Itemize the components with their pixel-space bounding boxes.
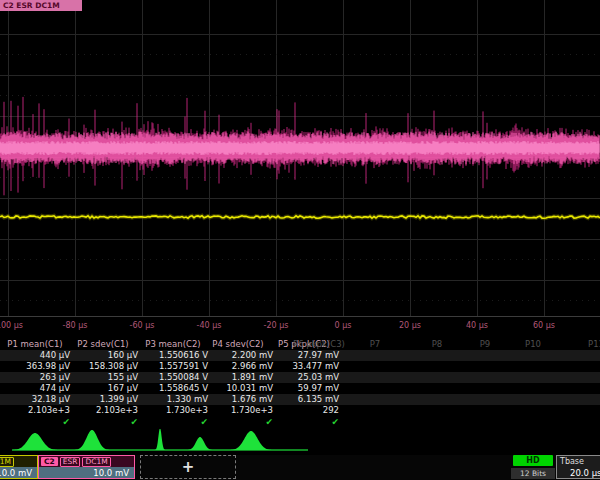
measure-header-p10[interactable]: P10 bbox=[508, 339, 558, 350]
histicon-peak bbox=[223, 431, 279, 450]
histicon-peak bbox=[152, 429, 169, 450]
measure-row-mean: 363.98 µV 158.308 µV 1.557591 V 2.966 mV… bbox=[0, 361, 600, 372]
c2-esr-chip: ESR bbox=[60, 457, 81, 467]
time-axis-label: -100 µs bbox=[0, 321, 33, 330]
time-axis-label: -20 µs bbox=[251, 321, 301, 330]
p1-min: 263 µV bbox=[0, 372, 70, 383]
p3-value: 1.550616 V bbox=[138, 350, 208, 361]
p2-num: 2.103e+3 bbox=[68, 405, 138, 416]
p5-num: 292 bbox=[269, 405, 339, 416]
p3-mean: 1.557591 V bbox=[138, 361, 208, 372]
measure-header-p6[interactable]: P6 pkpk(C3) bbox=[288, 339, 350, 350]
measure-header-p8[interactable]: P8 bbox=[412, 339, 462, 350]
c2-coupling-chip: DC1M bbox=[82, 457, 110, 467]
descriptor-bar: C1 DC1M 10.0 mV C2 ESR DC1M 10.0 mV + HD… bbox=[0, 455, 600, 480]
time-axis-label: 20 µs bbox=[385, 321, 435, 330]
p5-status-check-icon: ✔ bbox=[269, 417, 387, 428]
p2-max: 167 µV bbox=[68, 383, 138, 394]
oscilloscope-screen: C2 ESR DC1M -100 µs -80 µs -60 µs -40 µs… bbox=[0, 0, 600, 480]
plus-icon: + bbox=[182, 458, 195, 476]
channel-c2-descriptor[interactable]: C2 ESR DC1M 10.0 mV bbox=[38, 455, 135, 479]
measure-header-p3[interactable]: P3 mean(C2) bbox=[138, 339, 208, 350]
p1-num: 2.103e+3 bbox=[0, 405, 70, 416]
add-trace-button[interactable]: + bbox=[140, 455, 236, 479]
time-axis-label: -60 µs bbox=[117, 321, 167, 330]
p5-sdev: 6.135 mV bbox=[269, 394, 339, 405]
p2-min: 155 µV bbox=[68, 372, 138, 383]
grid-minor-dots bbox=[0, 55, 600, 301]
measure-header-p4[interactable]: P4 sdev(C2) bbox=[203, 339, 273, 350]
p3-min: 1.550084 V bbox=[138, 372, 208, 383]
measure-header-p7[interactable]: P7 bbox=[350, 339, 400, 350]
p2-sdev: 1.399 µV bbox=[68, 394, 138, 405]
measure-row-value: 440 µV 160 µV 1.550616 V 2.200 mV 27.97 … bbox=[0, 350, 600, 361]
c2-title-row: C2 ESR DC1M bbox=[39, 456, 134, 467]
c2-label-chip: C2 bbox=[41, 457, 58, 466]
c2-vdiv-value: 10.0 mV bbox=[39, 467, 134, 479]
p5-min: 25.03 mV bbox=[269, 372, 339, 383]
p2-mean: 158.308 µV bbox=[68, 361, 138, 372]
measure-row-sdev: 32.18 µV 1.399 µV 1.330 mV 1.676 mV 6.13… bbox=[0, 394, 600, 405]
measure-header-p9[interactable]: P9 bbox=[460, 339, 510, 350]
hd-mode-badge[interactable]: HD bbox=[513, 455, 553, 466]
graticule bbox=[0, 0, 600, 318]
time-axis-label: 60 µs bbox=[519, 321, 569, 330]
c1-coupling-chip: DC1M bbox=[0, 457, 14, 467]
histicon-strip bbox=[0, 429, 600, 455]
timebase-value: 20.0 µs/div bbox=[557, 467, 600, 479]
p3-sdev: 1.330 mV bbox=[138, 394, 208, 405]
hd-bits-label: 12 Bits bbox=[511, 468, 555, 479]
measure-row-min: 263 µV 155 µV 1.550084 V 1.891 mV 25.03 … bbox=[0, 372, 600, 383]
measure-row-status: ✔ ✔ ✔ ✔ ✔ bbox=[0, 417, 600, 428]
waveform-grid: C2 ESR DC1M bbox=[0, 0, 600, 318]
p1-max: 474 µV bbox=[0, 383, 70, 394]
c1-title-row: C1 DC1M bbox=[0, 456, 37, 467]
p4-min: 1.891 mV bbox=[203, 372, 273, 383]
measure-header-p2[interactable]: P2 sdev(C1) bbox=[68, 339, 138, 350]
p4-sdev: 1.676 mV bbox=[203, 394, 273, 405]
time-axis: -100 µs -80 µs -60 µs -40 µs -20 µs 0 µs… bbox=[0, 318, 600, 336]
p5-mean: 33.477 mV bbox=[269, 361, 339, 372]
timebase-label: Tbase bbox=[557, 456, 600, 467]
measure-row-max: 474 µV 167 µV 1.558645 V 10.031 mV 59.97… bbox=[0, 383, 600, 394]
measurement-table: P1 mean(C1) P2 sdev(C1) P3 mean(C2) P4 s… bbox=[0, 338, 600, 430]
histicon-peak bbox=[5, 433, 65, 450]
p3-num: 1.730e+3 bbox=[138, 405, 208, 416]
trace-layer bbox=[0, 97, 600, 218]
p1-mean: 363.98 µV bbox=[0, 361, 70, 372]
p5-max: 59.97 mV bbox=[269, 383, 339, 394]
measure-row-num: 2.103e+3 2.103e+3 1.730e+3 1.730e+3 292 bbox=[0, 405, 600, 416]
p2-value: 160 µV bbox=[68, 350, 138, 361]
measure-header-row: P1 mean(C1) P2 sdev(C1) P3 mean(C2) P4 s… bbox=[0, 339, 600, 350]
p4-value: 2.200 mV bbox=[203, 350, 273, 361]
channel-c1-descriptor[interactable]: C1 DC1M 10.0 mV bbox=[0, 455, 38, 479]
p1-value: 440 µV bbox=[0, 350, 70, 361]
p5-value: 27.97 mV bbox=[269, 350, 339, 361]
trace-annotation-badge[interactable]: C2 ESR DC1M bbox=[0, 0, 82, 11]
measure-header-p11[interactable]: P11 bbox=[588, 339, 600, 350]
time-axis-label: -80 µs bbox=[50, 321, 100, 330]
time-axis-label: 40 µs bbox=[452, 321, 502, 330]
histicon-peak bbox=[68, 430, 116, 450]
histicon-chart bbox=[0, 429, 600, 455]
p4-mean: 2.966 mV bbox=[203, 361, 273, 372]
c1-vdiv-value: 10.0 mV bbox=[0, 467, 37, 479]
trace-path bbox=[0, 141, 599, 155]
timebase-descriptor[interactable]: Tbase 20.0 µs/div bbox=[556, 455, 600, 479]
p3-max: 1.558645 V bbox=[138, 383, 208, 394]
measure-header-p1[interactable]: P1 mean(C1) bbox=[0, 339, 70, 350]
histicon-peak bbox=[182, 437, 218, 450]
p4-num: 1.730e+3 bbox=[203, 405, 273, 416]
time-axis-label: 0 µs bbox=[318, 321, 368, 330]
p1-sdev: 32.18 µV bbox=[0, 394, 70, 405]
p4-max: 10.031 mV bbox=[203, 383, 273, 394]
time-axis-label: -40 µs bbox=[184, 321, 234, 330]
